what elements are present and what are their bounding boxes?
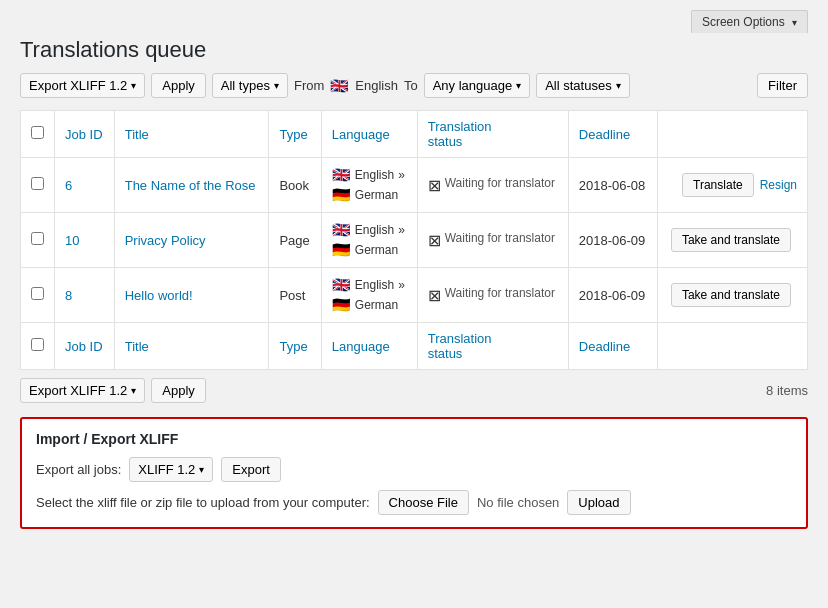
page-title: Translations queue xyxy=(20,37,808,63)
select-all-footer-checkbox[interactable] xyxy=(31,338,44,351)
row-checkbox-cell xyxy=(21,158,55,213)
upload-button[interactable]: Upload xyxy=(567,490,630,515)
row-status: ⊠Waiting for translator xyxy=(417,158,568,213)
from-label: From xyxy=(294,78,324,93)
export-button[interactable]: Export xyxy=(221,457,281,482)
header-title: Title xyxy=(114,111,269,158)
upload-row: Select the xliff file or zip file to upl… xyxy=(36,490,792,515)
row-job-id: 10 xyxy=(55,213,115,268)
export-row: Export all jobs: XLIFF 1.2 ▾ Export xyxy=(36,457,792,482)
row-action-btn-1[interactable]: Take and translate xyxy=(671,228,791,252)
row-checkbox[interactable] xyxy=(31,177,44,190)
header-type: Type xyxy=(269,111,321,158)
screen-options-bar: Screen Options ▾ xyxy=(20,10,808,33)
footer-title: Title xyxy=(114,323,269,370)
export-xliff-select-bottom[interactable]: Export XLIFF 1.2 ▾ xyxy=(20,378,145,403)
row-action-btn-1[interactable]: Translate xyxy=(682,173,754,197)
row-job-id: 6 xyxy=(55,158,115,213)
row-title: The Name of the Rose xyxy=(114,158,269,213)
filter-button[interactable]: Filter xyxy=(757,73,808,98)
screen-options-arrow: ▾ xyxy=(792,17,797,28)
footer-actions xyxy=(658,323,808,370)
any-language-select[interactable]: Any language ▾ xyxy=(424,73,531,98)
export-xliff-select-top[interactable]: Export XLIFF 1.2 ▾ xyxy=(20,73,145,98)
status-icon: ⊠ xyxy=(428,176,441,195)
english-label: English xyxy=(355,78,398,93)
xliff-version-select[interactable]: XLIFF 1.2 ▾ xyxy=(129,457,213,482)
upload-label: Select the xliff file or zip file to upl… xyxy=(36,495,370,510)
english-flag: 🇬🇧 xyxy=(330,77,349,95)
footer-checkbox-cell xyxy=(21,323,55,370)
items-count: 8 items xyxy=(766,383,808,398)
row-checkbox[interactable] xyxy=(31,232,44,245)
header-actions xyxy=(658,111,808,158)
header-translation-status: Translationstatus xyxy=(417,111,568,158)
all-types-select[interactable]: All types ▾ xyxy=(212,73,288,98)
header-checkbox-cell xyxy=(21,111,55,158)
bottom-toolbar: Export XLIFF 1.2 ▾ Apply 8 items xyxy=(20,378,808,403)
row-language: 🇬🇧 English » 🇩🇪 German xyxy=(321,213,417,268)
row-language: 🇬🇧 English » 🇩🇪 German xyxy=(321,268,417,323)
row-action-btn-1[interactable]: Take and translate xyxy=(671,283,791,307)
row-checkbox-cell xyxy=(21,213,55,268)
footer-type: Type xyxy=(269,323,321,370)
footer-deadline: Deadline xyxy=(568,323,657,370)
row-checkbox[interactable] xyxy=(31,287,44,300)
screen-options-label: Screen Options xyxy=(702,15,785,29)
to-label: To xyxy=(404,78,418,93)
row-deadline: 2018-06-09 xyxy=(568,213,657,268)
row-type: Post xyxy=(269,268,321,323)
row-job-id: 8 xyxy=(55,268,115,323)
all-statuses-select[interactable]: All statuses ▾ xyxy=(536,73,629,98)
translations-table: Job ID Title Type Language Translationst… xyxy=(20,110,808,370)
choose-file-button[interactable]: Choose File xyxy=(378,490,469,515)
status-icon: ⊠ xyxy=(428,231,441,250)
table-row: 8Hello world!Post 🇬🇧 English » 🇩🇪 German… xyxy=(21,268,808,323)
header-language: Language xyxy=(321,111,417,158)
row-checkbox-cell xyxy=(21,268,55,323)
row-title: Hello world! xyxy=(114,268,269,323)
row-type: Book xyxy=(269,158,321,213)
footer-language: Language xyxy=(321,323,417,370)
header-job-id: Job ID xyxy=(55,111,115,158)
footer-translation-status: Translationstatus xyxy=(417,323,568,370)
row-actions: Take and translate xyxy=(658,268,808,323)
export-all-label: Export all jobs: xyxy=(36,462,121,477)
row-actions: TranslateResign xyxy=(658,158,808,213)
apply-button-bottom[interactable]: Apply xyxy=(151,378,206,403)
top-toolbar: Export XLIFF 1.2 ▾ Apply All types ▾ Fro… xyxy=(20,73,808,98)
screen-options-button[interactable]: Screen Options ▾ xyxy=(691,10,808,33)
row-title: Privacy Policy xyxy=(114,213,269,268)
row-type: Page xyxy=(269,213,321,268)
apply-button-top[interactable]: Apply xyxy=(151,73,206,98)
table-header-row: Job ID Title Type Language Translationst… xyxy=(21,111,808,158)
table-footer-row: Job ID Title Type Language Translationst… xyxy=(21,323,808,370)
no-file-text: No file chosen xyxy=(477,495,559,510)
row-deadline: 2018-06-09 xyxy=(568,268,657,323)
row-language: 🇬🇧 English » 🇩🇪 German xyxy=(321,158,417,213)
table-row: 6The Name of the RoseBook 🇬🇧 English » 🇩… xyxy=(21,158,808,213)
row-status: ⊠Waiting for translator xyxy=(417,213,568,268)
row-deadline: 2018-06-08 xyxy=(568,158,657,213)
table-row: 10Privacy PolicyPage 🇬🇧 English » 🇩🇪 Ger… xyxy=(21,213,808,268)
row-actions: Take and translate xyxy=(658,213,808,268)
row-status: ⊠Waiting for translator xyxy=(417,268,568,323)
import-export-box: Import / Export XLIFF Export all jobs: X… xyxy=(20,417,808,529)
import-export-title: Import / Export XLIFF xyxy=(36,431,792,447)
footer-job-id: Job ID xyxy=(55,323,115,370)
row-action-link-2[interactable]: Resign xyxy=(760,178,797,192)
select-all-checkbox[interactable] xyxy=(31,126,44,139)
header-deadline: Deadline xyxy=(568,111,657,158)
status-icon: ⊠ xyxy=(428,286,441,305)
